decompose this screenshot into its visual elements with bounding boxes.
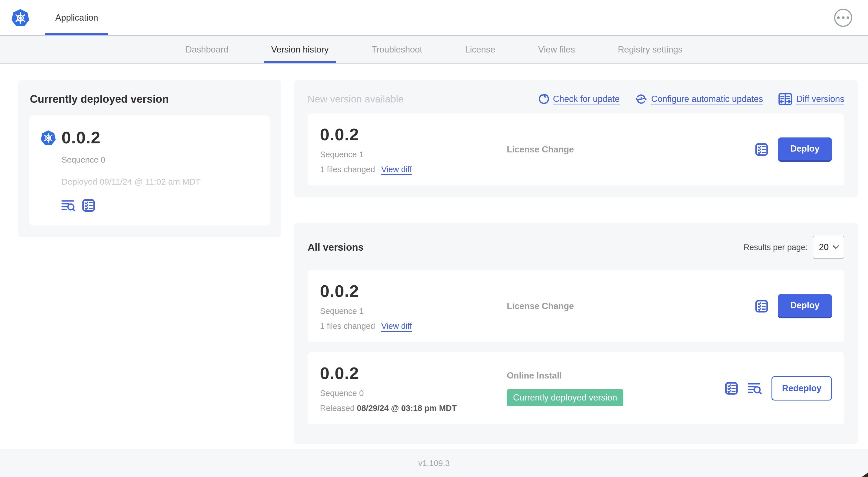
files-changed-label: 1 files changed <box>320 165 375 174</box>
right-column: New version available Check for update C… <box>294 80 858 444</box>
tab-registry-settings[interactable]: Registry settings <box>618 36 682 63</box>
all-versions-section: All versions Results per page: 20 0.0.2 … <box>294 223 858 444</box>
kubernetes-app-icon <box>41 129 56 146</box>
active-tab-indicator <box>45 33 108 35</box>
kubernetes-logo-icon <box>11 8 29 27</box>
view-logs-icon[interactable] <box>748 382 762 395</box>
version-row: 0.0.2 Sequence 1 1 files changed View di… <box>308 270 844 342</box>
released-timestamp: 08/29/24 @ 03:18 pm MDT <box>357 404 457 413</box>
tab-troubleshoot[interactable]: Troubleshoot <box>371 36 422 63</box>
app-tab[interactable]: Application <box>45 0 108 35</box>
app-tab-label: Application <box>55 13 98 23</box>
refresh-icon <box>537 93 549 105</box>
version-number: 0.0.2 <box>320 281 507 301</box>
tab-license[interactable]: License <box>465 36 495 63</box>
section-nav: Dashboard Version history Troubleshoot L… <box>0 36 868 64</box>
version-number: 0.0.2 <box>320 125 507 144</box>
version-source: Online Install <box>507 370 725 381</box>
view-diff-link[interactable]: View diff <box>381 322 412 331</box>
current-version-card: 0.0.2 Sequence 0 Deployed 09/11/24 @ 11:… <box>29 115 270 226</box>
new-version-row: 0.0.2 Sequence 1 1 files changed View di… <box>308 114 844 185</box>
auto-update-clock-icon <box>635 93 647 105</box>
check-for-update-link[interactable]: Check for update <box>537 93 620 105</box>
deploy-button[interactable]: Deploy <box>778 138 832 162</box>
all-versions-title: All versions <box>308 242 364 253</box>
app-footer: v1.109.3 <box>0 449 868 477</box>
version-sequence: Sequence 1 <box>320 306 507 316</box>
version-sequence: Sequence 1 <box>320 150 507 159</box>
current-version-title: Currently deployed version <box>30 93 270 105</box>
current-version-deployed-timestamp: Deployed 09/11/24 @ 11:02 am MDT <box>62 177 258 186</box>
current-version-sequence: Sequence 0 <box>62 155 258 165</box>
new-version-title: New version available <box>308 93 404 105</box>
diff-versions-link[interactable]: Diff versions <box>778 93 844 106</box>
main-content: Currently deployed version 0.0.2 Sequenc… <box>0 64 868 444</box>
released-label: Released <box>320 404 355 413</box>
tab-version-history[interactable]: Version history <box>271 36 329 63</box>
deploy-button[interactable]: Deploy <box>778 294 832 318</box>
redeploy-button[interactable]: Redeploy <box>772 376 832 400</box>
tab-view-files[interactable]: View files <box>538 36 575 63</box>
results-per-page-label: Results per page: <box>744 243 808 252</box>
version-source: License Change <box>507 145 755 155</box>
current-version-number: 0.0.2 <box>62 128 100 147</box>
config-checklist-icon[interactable] <box>755 299 768 313</box>
configure-automatic-updates-link[interactable]: Configure automatic updates <box>635 93 763 105</box>
chevron-down-icon <box>832 245 839 249</box>
more-options-button[interactable] <box>834 9 852 27</box>
version-number: 0.0.2 <box>320 363 507 383</box>
currently-deployed-badge: Currently deployed version <box>507 389 623 406</box>
app-header: Application <box>0 0 868 36</box>
admin-console-version: v1.109.3 <box>418 459 450 468</box>
new-version-section: New version available Check for update C… <box>294 80 858 197</box>
config-checklist-icon[interactable] <box>755 143 768 157</box>
view-diff-link[interactable]: View diff <box>381 165 412 174</box>
diff-icon <box>778 93 793 106</box>
ellipsis-icon <box>837 17 840 19</box>
files-changed-label: 1 files changed <box>320 322 375 331</box>
config-checklist-icon[interactable] <box>82 199 95 212</box>
version-source: License Change <box>507 301 755 311</box>
version-sequence: Sequence 0 <box>320 389 507 398</box>
view-logs-icon[interactable] <box>62 199 75 212</box>
version-row: 0.0.2 Sequence 0 Released 08/29/24 @ 03:… <box>308 352 844 424</box>
current-version-panel: Currently deployed version 0.0.2 Sequenc… <box>18 80 281 237</box>
config-checklist-icon[interactable] <box>725 381 738 395</box>
tab-dashboard[interactable]: Dashboard <box>185 36 228 63</box>
results-per-page-select[interactable]: 20 <box>813 236 844 259</box>
